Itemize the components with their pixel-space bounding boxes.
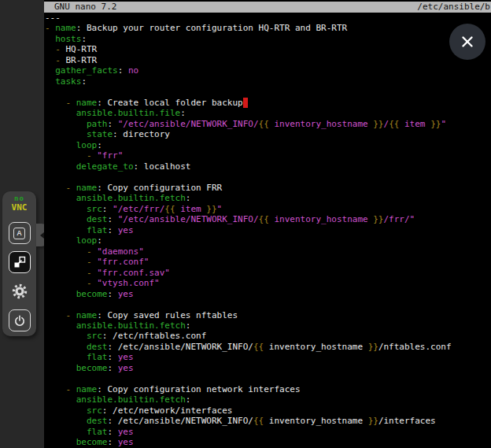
code-segment: : /etc/ansible/NETWORK_INFO/ (107, 416, 253, 426)
code-segment: - (55, 44, 65, 54)
code-segment (45, 108, 76, 118)
editor-line: - name: Backup your router configuration… (45, 23, 491, 33)
code-segment: " (217, 204, 223, 214)
code-segment: yes (118, 427, 134, 437)
settings-button[interactable] (9, 280, 31, 302)
editor-line: src: /etc/nftables.conf (45, 331, 491, 341)
code-segment (45, 331, 87, 341)
code-segment: : (107, 214, 117, 224)
editor-line: dest: /etc/ansible/NETWORK_INFO/{{ inven… (45, 416, 491, 426)
editor-line: ansible.builtin.fetch: (45, 320, 491, 331)
editor-line: --- (45, 13, 491, 23)
code-segment (45, 161, 76, 172)
editor-line: src: /etc/network/interfaces (45, 405, 491, 416)
editor-line: ansible.builtin.fetch: (45, 193, 491, 203)
code-segment: : (108, 289, 118, 299)
close-button[interactable] (449, 24, 485, 60)
code-segment (45, 310, 66, 320)
code-segment (45, 278, 87, 288)
code-segment: item (399, 119, 430, 129)
code-segment: : (81, 34, 87, 44)
code-segment (45, 140, 76, 150)
editor-line: state: directory (45, 129, 491, 139)
code-segment: src (87, 331, 102, 341)
code-segment: : /etc/ansible/NETWORK_INFO/ (107, 342, 253, 352)
code-segment (45, 363, 76, 373)
power-icon (13, 314, 26, 327)
power-button[interactable] (9, 309, 31, 331)
code-segment: - (87, 257, 97, 267)
editor-line: flat: yes (45, 352, 491, 362)
code-segment: }} (373, 214, 383, 224)
editor-line: - "frr.conf.sav" (45, 268, 491, 278)
editor-line: flat: yes (45, 225, 491, 235)
code-segment: ansible.builtin.fetch (76, 320, 186, 331)
editor-line: loop: (45, 140, 491, 150)
code-segment: {{ (259, 214, 269, 224)
editor-line: - name: Copy configuration network inter… (45, 384, 491, 394)
nano-titlebar: GNU nano 7.2 /etc/ansible/b (44, 2, 491, 13)
code-segment: - (87, 278, 97, 288)
code-segment: - (45, 23, 55, 33)
code-segment (45, 268, 87, 278)
code-segment: name (76, 310, 98, 320)
code-segment (45, 289, 76, 299)
app-title: GNU nano 7.2 (54, 2, 116, 13)
code-segment: : (108, 437, 118, 447)
code-segment (45, 235, 76, 246)
code-segment: : (118, 65, 128, 76)
code-segment (45, 65, 55, 76)
code-segment (45, 416, 87, 426)
code-segment: }} (368, 416, 378, 426)
code-segment: : Backup your router configuration HQ-RT… (76, 23, 347, 33)
code-segment: inventory_hostname (264, 342, 367, 352)
editor-line: - name: Copy saved rules nftables (45, 310, 491, 320)
gear-icon (11, 283, 28, 300)
code-segment: ansible.builtin.file (76, 108, 180, 118)
code-segment: item (175, 204, 207, 214)
code-segment: name (76, 98, 98, 108)
code-segment: - (87, 150, 97, 161)
editor-line: gather_facts: no (45, 65, 491, 76)
code-segment: dest (87, 214, 108, 224)
cursor-block (243, 98, 249, 108)
code-segment (45, 257, 87, 267)
keyboard-button[interactable]: A (9, 222, 31, 244)
code-segment: "/etc/ansible/NETWORK_INFO/ (118, 214, 259, 224)
code-segment (45, 342, 87, 352)
editor-line (45, 87, 491, 97)
code-segment: become (76, 289, 108, 299)
code-segment (45, 129, 87, 139)
code-segment: : /etc/nftables.conf (102, 331, 206, 341)
editor-line: dest: "/etc/ansible/NETWORK_INFO/{{ inve… (45, 214, 491, 224)
file-path: /etc/ansible/b (417, 2, 490, 13)
code-segment: : (107, 119, 117, 129)
code-segment: src (87, 405, 102, 416)
code-segment (45, 225, 87, 235)
editor-line: - name: Copy configuration FRR (45, 183, 491, 193)
editor-line: become: yes (45, 289, 491, 299)
editor-line: loop: (45, 235, 491, 246)
fullscreen-button[interactable] (9, 251, 31, 273)
editor-line: ansible.builtin.fetch: (45, 394, 491, 405)
code-segment (45, 394, 76, 405)
code-segment: - (66, 310, 76, 320)
code-segment: {{ (259, 119, 269, 129)
code-segment: --- (45, 13, 61, 23)
code-segment: src (87, 204, 102, 214)
code-segment: ansible.builtin.fetch (76, 394, 186, 405)
code-segment: : (102, 204, 113, 214)
code-segment (45, 55, 55, 65)
code-segment: : (186, 394, 191, 405)
editor-line: - name: Create local folder backup (45, 98, 491, 108)
code-segment (45, 34, 55, 44)
code-segment: : (180, 108, 186, 118)
code-segment: "frr" (97, 150, 123, 161)
code-segment: become (76, 437, 108, 447)
editor-content[interactable]: ---- name: Backup your router configurat… (45, 13, 491, 448)
code-segment: yes (118, 225, 134, 235)
code-segment (45, 352, 87, 362)
code-segment: {{ (253, 342, 264, 352)
editor-line: flat: yes (45, 427, 491, 437)
code-segment: name (76, 384, 98, 394)
